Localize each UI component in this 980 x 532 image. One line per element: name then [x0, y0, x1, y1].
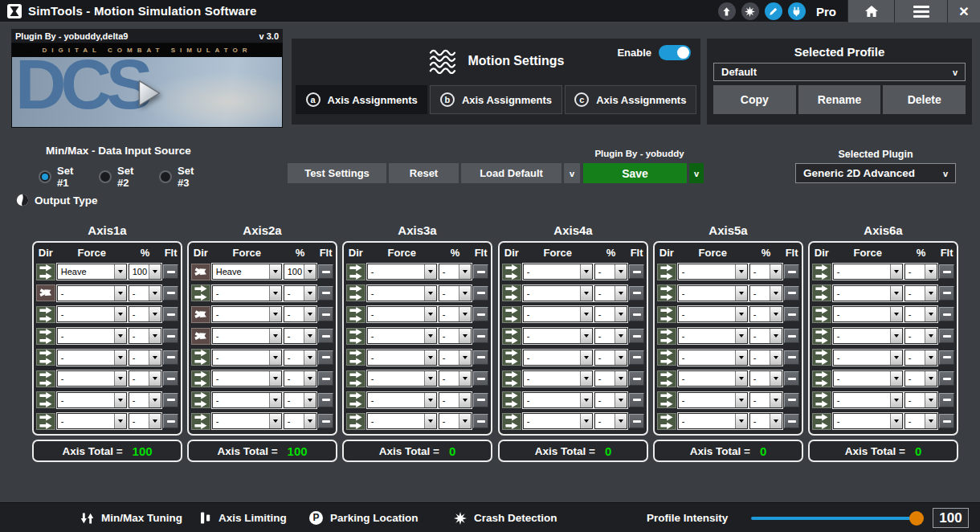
force-select[interactable]: -	[212, 285, 282, 301]
percent-select[interactable]: -	[129, 350, 162, 366]
dropdown-arrow-icon[interactable]	[304, 371, 316, 386]
filter-button[interactable]	[939, 286, 954, 301]
dropdown-arrow-icon[interactable]	[925, 371, 937, 386]
parking-location-button[interactable]: P Parking Location	[309, 503, 419, 532]
reset-button[interactable]: Reset	[389, 163, 459, 183]
dropdown-arrow-icon[interactable]	[615, 264, 627, 279]
dropdown-arrow-icon[interactable]	[304, 414, 316, 428]
load-default-button[interactable]: Load Default	[461, 163, 561, 183]
force-select[interactable]: -	[212, 328, 282, 344]
force-select[interactable]: -	[833, 328, 903, 344]
filter-button[interactable]	[473, 307, 488, 321]
direction-parallel-arrows-icon[interactable]	[812, 284, 831, 301]
percent-select[interactable]: -	[439, 306, 472, 322]
filter-button[interactable]	[163, 393, 178, 407]
dropdown-arrow-icon[interactable]	[615, 371, 627, 386]
axis-limiting-button[interactable]: Axis Limiting	[199, 503, 287, 532]
radio-set-3[interactable]: Set #3	[159, 165, 194, 189]
dropdown-arrow-icon[interactable]	[770, 329, 782, 343]
delete-button[interactable]: Delete	[883, 85, 966, 114]
dropdown-arrow-icon[interactable]	[459, 286, 471, 301]
percent-select[interactable]: -	[129, 392, 162, 408]
direction-parallel-arrows-icon[interactable]	[36, 306, 55, 323]
plugin-select[interactable]: Generic 2D Advanced v	[795, 163, 956, 183]
force-select[interactable]: -	[367, 285, 437, 301]
filter-button[interactable]	[939, 371, 954, 386]
direction-parallel-arrows-icon[interactable]	[657, 413, 676, 430]
direction-parallel-arrows-icon[interactable]	[812, 370, 831, 387]
percent-select[interactable]: -	[749, 370, 783, 387]
force-select[interactable]: -	[212, 413, 282, 429]
filter-button[interactable]	[473, 264, 488, 279]
dropdown-arrow-icon[interactable]	[890, 393, 902, 407]
dropdown-arrow-icon[interactable]	[114, 307, 126, 321]
force-select[interactable]: -	[57, 392, 127, 408]
dropdown-arrow-icon[interactable]	[269, 264, 281, 279]
force-select[interactable]: -	[833, 370, 903, 387]
percent-select[interactable]: -	[594, 370, 628, 387]
dropdown-arrow-icon[interactable]	[770, 264, 782, 279]
percent-select[interactable]: -	[129, 328, 162, 344]
force-select[interactable]: -	[367, 350, 437, 366]
force-select[interactable]: -	[678, 413, 748, 429]
dropdown-arrow-icon[interactable]	[424, 307, 436, 321]
profile-intensity-slider[interactable]	[751, 517, 921, 520]
percent-select[interactable]: -	[439, 413, 472, 429]
direction-parallel-arrows-icon[interactable]	[657, 306, 676, 323]
filter-button[interactable]	[629, 264, 644, 279]
percent-select[interactable]: -	[904, 328, 938, 344]
radio-set-1[interactable]: Set #1	[39, 165, 73, 189]
dropdown-arrow-icon[interactable]	[149, 371, 161, 386]
filter-button[interactable]	[163, 414, 178, 428]
dropdown-arrow-icon[interactable]	[149, 307, 161, 321]
force-select[interactable]: -	[833, 350, 903, 366]
percent-select[interactable]: -	[749, 392, 783, 408]
percent-select[interactable]: -	[284, 306, 317, 322]
force-select[interactable]: -	[523, 413, 593, 429]
direction-parallel-arrows-icon[interactable]	[346, 306, 365, 323]
force-select[interactable]: -	[833, 285, 903, 301]
save-button[interactable]: Save	[583, 163, 687, 183]
percent-select[interactable]: -	[749, 328, 783, 344]
percent-select[interactable]: 100	[284, 264, 317, 280]
save-menu-button[interactable]: v	[689, 163, 704, 183]
force-select[interactable]: -	[678, 285, 748, 301]
percent-select[interactable]: -	[904, 392, 938, 408]
dropdown-arrow-icon[interactable]	[890, 414, 902, 428]
percent-select[interactable]: -	[129, 413, 162, 429]
direction-parallel-arrows-icon[interactable]	[657, 328, 676, 345]
dropdown-arrow-icon[interactable]	[925, 350, 937, 365]
direction-parallel-arrows-icon[interactable]	[502, 413, 521, 430]
direction-parallel-arrows-icon[interactable]	[657, 391, 676, 408]
direction-parallel-arrows-icon[interactable]	[657, 284, 676, 301]
plug-icon[interactable]	[788, 2, 806, 20]
play-icon[interactable]	[129, 76, 165, 111]
force-select[interactable]: -	[678, 370, 748, 387]
filter-button[interactable]	[629, 350, 644, 365]
filter-button[interactable]	[473, 371, 488, 386]
force-select[interactable]: Heave	[57, 264, 127, 280]
dropdown-arrow-icon[interactable]	[424, 286, 436, 301]
filter-button[interactable]	[784, 286, 799, 301]
force-select[interactable]: -	[523, 264, 593, 280]
filter-button[interactable]	[473, 286, 488, 301]
dropdown-arrow-icon[interactable]	[770, 393, 782, 407]
dropdown-arrow-icon[interactable]	[890, 329, 902, 343]
dropdown-arrow-icon[interactable]	[424, 371, 436, 386]
filter-button[interactable]	[629, 414, 644, 428]
percent-select[interactable]: -	[749, 350, 783, 366]
percent-select[interactable]: -	[439, 392, 472, 408]
force-select[interactable]: -	[367, 413, 437, 429]
force-select[interactable]: -	[678, 306, 748, 322]
percent-select[interactable]: -	[439, 285, 472, 301]
direction-parallel-arrows-icon[interactable]	[812, 413, 831, 430]
direction-parallel-arrows-icon[interactable]	[36, 328, 55, 345]
dropdown-arrow-icon[interactable]	[459, 414, 471, 428]
dropdown-arrow-icon[interactable]	[890, 307, 902, 321]
percent-select[interactable]: -	[904, 413, 938, 429]
filter-button[interactable]	[939, 414, 954, 428]
force-select[interactable]: -	[212, 370, 282, 387]
dropdown-arrow-icon[interactable]	[580, 371, 592, 386]
filter-button[interactable]	[473, 393, 488, 407]
filter-button[interactable]	[629, 307, 644, 321]
